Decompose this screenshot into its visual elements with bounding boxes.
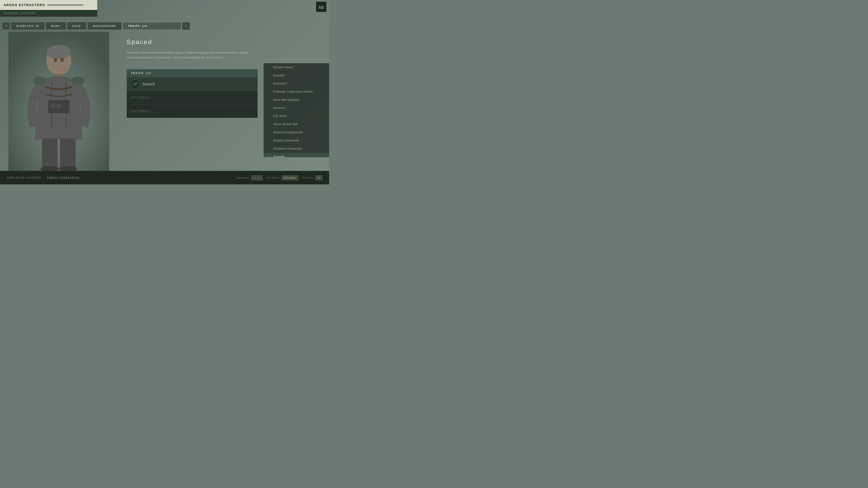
- nav-tabs: D BIOMETRIC ID BODY FACE BACKGROUND TRAI…: [0, 20, 329, 32]
- svg-point-14: [57, 104, 61, 108]
- bottom-controls: CHANGE ← → ROTATE MOUSE2 FINISH R: [236, 175, 322, 180]
- change-label: CHANGE: [236, 176, 249, 179]
- svg-point-4: [47, 45, 71, 59]
- trait-list-item-label: Neon Street Rat: [273, 123, 298, 126]
- trait-list-item-kid-stuff[interactable]: Kid Stuff: [264, 112, 329, 120]
- tab-background[interactable]: BACKGROUND: [88, 22, 122, 30]
- change-left-button[interactable]: ← →: [251, 175, 263, 180]
- trait-list-item-label: Extrovert: [273, 82, 287, 85]
- employee-label: EMPLOYEE NUMBER:: [7, 176, 42, 180]
- top-bar: ARGOS EXTRACTORS RECORD LOCATOR AE: [0, 0, 329, 20]
- spaced-trait-icon: [132, 81, 138, 87]
- nav-back-button[interactable]: D: [2, 22, 10, 30]
- trait-list-item-label: Spaced: [273, 155, 285, 157]
- traits-panel-header: TRAITS: 1/3: [127, 69, 257, 77]
- rotate-label: ROTATE: [267, 176, 280, 179]
- change-right-icon: →: [257, 176, 260, 179]
- nav-forward-button[interactable]: T: [182, 22, 190, 30]
- svg-point-13: [51, 104, 55, 108]
- trait-list-item-label: Introvert: [273, 106, 286, 109]
- trait-list-item-hero-worshipped[interactable]: Hero Worshipped: [264, 96, 329, 104]
- trait-list-item-extrovert[interactable]: Extrovert: [264, 79, 329, 88]
- trait-slot-2[interactable]: {OPTIONAL}: [127, 91, 257, 104]
- svg-point-16: [71, 76, 85, 85]
- trait-list-item-freestar[interactable]: Freestar Collective Settler: [264, 88, 329, 96]
- trait-slot-3[interactable]: {OPTIONAL}: [127, 104, 257, 118]
- rotate-button[interactable]: MOUSE2: [281, 175, 298, 180]
- progress-bar: [47, 4, 84, 6]
- trait-slot-1[interactable]: Spaced: [127, 77, 257, 91]
- trait-list-item-label: Serpent's Embrace: [273, 147, 302, 150]
- trait-slot-1-icon: [130, 79, 140, 89]
- svg-point-6: [60, 58, 64, 62]
- bottom-bar: EMPLOYEE NUMBER: 190514-2009140512 CHANG…: [0, 171, 329, 184]
- trait-list-item-label: Empath: [273, 74, 285, 77]
- finish-label: FINISH: [303, 176, 313, 179]
- traits-list: Dream HomeEmpathExtrovertFreestar Collec…: [264, 63, 329, 157]
- company-name: ARGOS EXTRACTORS: [0, 0, 97, 10]
- svg-point-5: [54, 58, 57, 62]
- svg-rect-8: [42, 138, 58, 170]
- trait-list-item-label: Freestar Collective Settler: [273, 90, 313, 93]
- svg-point-15: [33, 76, 46, 85]
- ae-logo-icon: AE: [316, 2, 327, 12]
- trait-list-item-spaced[interactable]: ✓Spaced: [264, 153, 329, 157]
- portrait-area: [0, 32, 118, 171]
- trait-list-item-raised-enlightened[interactable]: Raised Enlightened: [264, 128, 329, 136]
- traits-panel: TRAITS: 1/3 Spaced {OPTIONAL}: [127, 69, 258, 118]
- company-section: ARGOS EXTRACTORS RECORD LOCATOR: [0, 0, 97, 20]
- selected-trait-description: Your body has become acclimated to space…: [127, 50, 253, 60]
- svg-rect-9: [60, 138, 75, 170]
- trait-slot-3-label: {OPTIONAL}: [130, 109, 151, 113]
- trait-list-item-label: Hero Worshipped: [273, 98, 300, 101]
- svg-point-21: [133, 85, 133, 85]
- record-locator-text: RECORD LOCATOR: [4, 12, 35, 15]
- finish-control-group: FINISH R: [303, 175, 322, 180]
- main-content: Spaced Your body has become acclimated t…: [0, 32, 329, 171]
- trait-slot-1-name: Spaced: [143, 82, 155, 86]
- company-logo: AE: [315, 1, 327, 12]
- trait-slot-2-label: {OPTIONAL}: [130, 96, 151, 99]
- selected-trait-title: Spaced: [127, 38, 320, 46]
- tab-traits[interactable]: TRAITS: 1/3: [123, 22, 181, 30]
- trait-list-item-raised-universal[interactable]: Raised Universal: [264, 136, 329, 144]
- trait-list-item-label: Kid Stuff: [273, 114, 286, 118]
- company-name-text: ARGOS EXTRACTORS: [4, 3, 45, 7]
- trait-list-item-label: Raised Enlightened: [273, 131, 303, 134]
- svg-point-19: [134, 84, 135, 85]
- svg-point-20: [136, 83, 137, 84]
- tab-body[interactable]: BODY: [46, 22, 66, 30]
- trait-list-item-label: Raised Universal: [273, 139, 299, 142]
- rotate-control-group: ROTATE MOUSE2: [267, 175, 298, 180]
- finish-button[interactable]: R: [315, 175, 322, 180]
- record-locator: RECORD LOCATOR: [0, 10, 97, 17]
- trait-list-item-introvert[interactable]: Introvert: [264, 104, 329, 112]
- trait-list-item-dream-home[interactable]: Dream Home: [264, 63, 329, 71]
- trait-list-item-empath[interactable]: Empath: [264, 71, 329, 79]
- svg-text:AE: AE: [318, 5, 324, 10]
- trait-list-item-label: Dream Home: [273, 66, 293, 69]
- tab-face[interactable]: FACE: [67, 22, 87, 30]
- character-portrait: [0, 32, 118, 171]
- trait-list-item-neon-street-rat[interactable]: Neon Street Rat: [264, 120, 329, 128]
- trait-list-item-serpents-embrace[interactable]: Serpent's Embrace: [264, 144, 329, 153]
- tab-biometric[interactable]: BIOMETRIC ID: [11, 22, 45, 30]
- change-left-icon: ←: [254, 176, 256, 179]
- employee-number: 190514-2009140512: [47, 176, 80, 180]
- change-control-group: CHANGE ← →: [236, 175, 262, 180]
- check-mark-icon: ✓: [268, 155, 272, 157]
